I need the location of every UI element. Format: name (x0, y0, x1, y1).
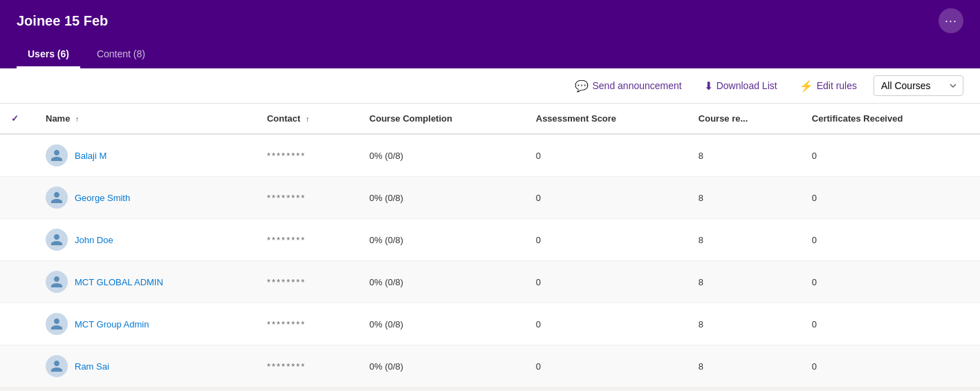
user-avatar (46, 313, 68, 335)
contact-masked: ******** (267, 235, 306, 245)
table-row: George Smith ********0% (0/8)080 (0, 177, 980, 219)
row-course-completion-cell: 0% (0/8) (358, 177, 525, 219)
person-icon (50, 317, 64, 331)
row-name-cell: Ram Sai (35, 345, 256, 388)
course-re-column-header: Course re... (687, 104, 801, 134)
row-name-cell: MCT GLOBAL ADMIN (35, 261, 256, 303)
row-assessment-score-cell: 0 (525, 261, 687, 303)
row-contact-cell: ******** (256, 345, 358, 388)
contact-masked: ******** (267, 361, 306, 372)
tab-users[interactable]: Users (6) (17, 41, 80, 68)
row-contact-cell: ******** (256, 177, 358, 219)
row-course-re-cell: 8 (687, 345, 801, 388)
row-name-cell: John Doe (35, 219, 256, 261)
page-footer (0, 388, 980, 391)
more-options-button[interactable]: ··· (939, 8, 963, 33)
user-name-link[interactable]: MCT GLOBAL ADMIN (75, 277, 163, 287)
edit-rules-button[interactable]: ⚡ Edit rules (794, 77, 862, 95)
row-course-completion-cell: 0% (0/8) (358, 134, 525, 177)
row-check-cell (0, 177, 35, 219)
lightning-icon: ⚡ (799, 79, 813, 93)
person-icon (50, 359, 64, 373)
contact-masked: ******** (267, 151, 306, 161)
table-row: Balaji M ********0% (0/8)080 (0, 134, 980, 177)
download-list-label: Download List (716, 80, 777, 91)
row-course-completion-cell: 0% (0/8) (358, 261, 525, 303)
row-check-cell (0, 134, 35, 177)
user-name-link[interactable]: Ram Sai (75, 361, 109, 372)
row-assessment-score-cell: 0 (525, 219, 687, 261)
toolbar: 💬 Send announcement ⬇ Download List ⚡ Ed… (0, 68, 980, 104)
edit-rules-label: Edit rules (817, 80, 857, 91)
row-name-cell: Balaji M (35, 134, 256, 177)
row-certificates-cell: 0 (801, 219, 980, 261)
row-certificates-cell: 0 (801, 134, 980, 177)
row-contact-cell: ******** (256, 134, 358, 177)
tab-content[interactable]: Content (8) (86, 41, 156, 68)
row-assessment-score-cell: 0 (525, 134, 687, 177)
table-row: John Doe ********0% (0/8)080 (0, 219, 980, 261)
contact-column-header[interactable]: Contact ↑ (256, 104, 358, 134)
table-header-row: ✓ Name ↑ Contact ↑ Course Completion Ass… (0, 104, 980, 134)
row-certificates-cell: 0 (801, 261, 980, 303)
row-course-completion-cell: 0% (0/8) (358, 345, 525, 388)
contact-sort-arrow: ↑ (306, 115, 310, 123)
row-course-re-cell: 8 (687, 134, 801, 177)
certificates-column-header: Certificates Received (801, 104, 980, 134)
row-check-cell (0, 303, 35, 345)
row-certificates-cell: 0 (801, 303, 980, 345)
user-name-link[interactable]: MCT Group Admin (75, 319, 149, 330)
table-row: MCT Group Admin ********0% (0/8)080 (0, 303, 980, 345)
user-name-link[interactable]: John Doe (75, 235, 113, 245)
row-assessment-score-cell: 0 (525, 177, 687, 219)
table-row: MCT GLOBAL ADMIN ********0% (0/8)080 (0, 261, 980, 303)
table-row: Ram Sai ********0% (0/8)080 (0, 345, 980, 388)
user-avatar (46, 229, 68, 251)
row-name-cell: George Smith (35, 177, 256, 219)
user-name-link[interactable]: George Smith (75, 193, 130, 203)
row-contact-cell: ******** (256, 219, 358, 261)
person-icon (50, 233, 64, 247)
row-check-cell (0, 345, 35, 388)
user-avatar (46, 144, 68, 166)
person-icon (50, 149, 64, 162)
user-avatar (46, 187, 68, 209)
courses-dropdown[interactable]: All CoursesCourse 1Course 2 (873, 75, 963, 96)
row-check-cell (0, 219, 35, 261)
row-contact-cell: ******** (256, 261, 358, 303)
assessment-score-column-header: Assessment Score (525, 104, 687, 134)
send-icon: 💬 (575, 79, 589, 93)
row-course-re-cell: 8 (687, 261, 801, 303)
row-course-completion-cell: 0% (0/8) (358, 219, 525, 261)
row-assessment-score-cell: 0 (525, 303, 687, 345)
user-name-link[interactable]: Balaji M (75, 151, 107, 161)
users-table-container: ✓ Name ↑ Contact ↑ Course Completion Ass… (0, 104, 980, 388)
name-column-header[interactable]: Name ↑ (35, 104, 256, 134)
send-announcement-label: Send announcement (592, 80, 681, 91)
row-contact-cell: ******** (256, 303, 358, 345)
page-title: Joinee 15 Feb (17, 13, 108, 29)
download-icon: ⬇ (704, 79, 713, 93)
row-course-re-cell: 8 (687, 219, 801, 261)
users-table: ✓ Name ↑ Contact ↑ Course Completion Ass… (0, 104, 980, 388)
send-announcement-button[interactable]: 💬 Send announcement (569, 77, 687, 95)
check-column-header: ✓ (0, 104, 35, 134)
course-completion-column-header: Course Completion (358, 104, 525, 134)
row-check-cell (0, 261, 35, 303)
user-avatar (46, 355, 68, 377)
person-icon (50, 191, 64, 204)
name-sort-arrow: ↑ (75, 115, 80, 123)
row-certificates-cell: 0 (801, 177, 980, 219)
row-course-re-cell: 8 (687, 303, 801, 345)
contact-masked: ******** (267, 193, 306, 203)
row-course-completion-cell: 0% (0/8) (358, 303, 525, 345)
row-course-re-cell: 8 (687, 177, 801, 219)
contact-masked: ******** (267, 277, 306, 287)
tabs-bar: Users (6) Content (8) (0, 41, 980, 68)
download-list-button[interactable]: ⬇ Download List (699, 77, 783, 95)
contact-masked: ******** (267, 319, 306, 330)
row-name-cell: MCT Group Admin (35, 303, 256, 345)
page-header: Joinee 15 Feb ··· (0, 0, 980, 41)
row-certificates-cell: 0 (801, 345, 980, 388)
user-avatar (46, 271, 68, 293)
